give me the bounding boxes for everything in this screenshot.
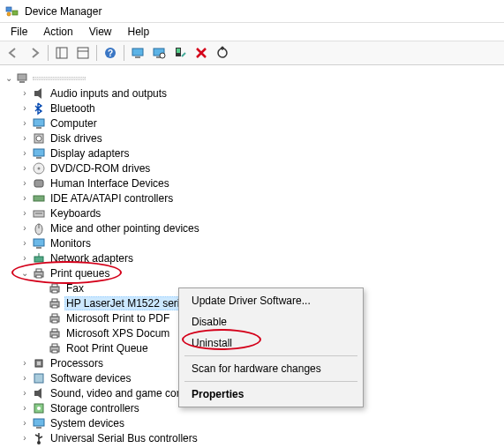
menu-help[interactable]: Help — [121, 24, 157, 40]
scan-hardware-button[interactable] — [170, 43, 190, 63]
printer-icon — [48, 326, 62, 340]
update-driver-button[interactable] — [213, 43, 232, 63]
svg-rect-34 — [34, 239, 44, 246]
chevron-right-icon[interactable]: › — [19, 133, 30, 144]
back-button[interactable] — [4, 43, 23, 63]
tree-category-label: Human Interface Devices — [49, 176, 171, 190]
chevron-right-icon[interactable]: › — [19, 238, 30, 249]
svg-point-23 — [36, 136, 41, 141]
svg-rect-1 — [12, 11, 18, 15]
tree-category[interactable]: ›Monitors — [4, 235, 500, 250]
tree-root-label — [33, 77, 86, 80]
chevron-right-icon[interactable]: › — [19, 88, 30, 99]
svg-rect-49 — [52, 320, 57, 323]
chevron-right-icon[interactable]: › — [19, 208, 30, 219]
chevron-right-icon[interactable]: › — [19, 253, 30, 264]
tree-category-label: Storage controllers — [49, 401, 141, 415]
tree-category[interactable]: ›Bluetooth — [4, 101, 500, 116]
computer-root-icon — [16, 71, 30, 86]
speaker-icon — [32, 386, 46, 400]
tree-category-label: Computer — [49, 116, 99, 131]
chevron-right-icon[interactable]: › — [19, 358, 30, 369]
window-title: Device Manager — [25, 5, 102, 18]
properties-button[interactable] — [73, 43, 93, 63]
chevron-right-icon[interactable]: › — [19, 193, 30, 204]
tree-category[interactable]: ›Human Interface Devices — [4, 175, 500, 190]
svg-rect-36 — [34, 257, 43, 262]
tree-category[interactable]: ›Disk drives — [4, 131, 500, 146]
tree-category-label: Mice and other pointing devices — [49, 221, 201, 235]
tree-device-label: Microsoft Print to PDF — [64, 311, 171, 325]
svg-rect-42 — [52, 284, 57, 287]
device-manager-icon — [5, 4, 19, 19]
tree-category[interactable]: ›Universal Serial Bus controllers — [4, 430, 500, 445]
svg-rect-55 — [52, 350, 57, 353]
svg-rect-17 — [18, 74, 26, 80]
printer-icon — [48, 281, 62, 295]
hid-icon — [32, 176, 46, 190]
cm-scan-hardware[interactable]: Scan for hardware changes — [181, 358, 361, 379]
chevron-right-icon[interactable]: › — [19, 373, 30, 384]
help-button[interactable]: ? — [101, 43, 120, 63]
svg-rect-39 — [36, 269, 41, 272]
monitor-icon — [32, 416, 46, 430]
chevron-down-icon[interactable]: ⌄ — [19, 268, 30, 279]
toolbar-separator — [48, 45, 49, 61]
view-monitor-button[interactable] — [149, 43, 169, 63]
svg-rect-15 — [177, 49, 180, 53]
tree-category[interactable]: ⌄Print queues — [4, 265, 500, 280]
chevron-right-icon[interactable]: › — [19, 433, 30, 444]
cm-update-driver[interactable]: Update Driver Software... — [181, 290, 361, 311]
cpu-icon — [32, 356, 46, 370]
svg-rect-48 — [52, 314, 57, 317]
chevron-down-icon[interactable]: ⌄ — [4, 73, 14, 84]
chevron-right-icon[interactable]: › — [19, 148, 30, 159]
speaker-icon — [32, 86, 46, 101]
uninstall-button[interactable] — [192, 43, 211, 63]
ide-icon — [32, 191, 46, 205]
svg-rect-51 — [52, 329, 57, 332]
tree-category[interactable]: ›IDE ATA/ATAPI controllers — [4, 190, 500, 205]
chevron-right-icon[interactable]: › — [19, 388, 30, 399]
tree-category[interactable]: ›Mice and other pointing devices — [4, 220, 500, 235]
context-menu-separator — [184, 381, 357, 382]
forward-button[interactable] — [25, 43, 44, 63]
menu-action[interactable]: Action — [36, 24, 79, 40]
tree-category[interactable]: ›Audio inputs and outputs — [4, 86, 500, 101]
chevron-right-icon[interactable]: › — [19, 118, 30, 129]
show-hide-tree-button[interactable] — [52, 43, 71, 63]
toolbar-separator — [96, 45, 97, 61]
tree-category[interactable]: ›Keyboards — [4, 205, 500, 220]
menubar: File Action View Help — [0, 23, 504, 41]
chevron-right-icon[interactable]: › — [19, 103, 30, 114]
cm-uninstall[interactable]: Uninstall — [181, 332, 361, 354]
tree-root[interactable]: ⌄ — [4, 71, 500, 86]
menu-file[interactable]: File — [4, 24, 34, 40]
chevron-right-icon[interactable]: › — [19, 403, 30, 414]
monitor-icon — [32, 116, 46, 131]
tree-category[interactable]: ›System devices — [4, 415, 500, 430]
tree-category-label: DVD/CD-ROM drives — [49, 161, 152, 175]
chevron-right-icon[interactable]: › — [19, 163, 30, 174]
cm-properties[interactable]: Properties — [181, 384, 361, 405]
svg-rect-40 — [36, 275, 41, 278]
tree-category[interactable]: ›Network adapters — [4, 250, 500, 265]
cm-disable[interactable]: Disable — [181, 311, 361, 332]
chevron-right-icon[interactable]: › — [19, 418, 30, 429]
monitor-icon — [32, 236, 46, 250]
tree-device-label: Root Print Queue — [64, 341, 150, 355]
tree-category-label: Software devices — [49, 371, 132, 385]
menu-view[interactable]: View — [82, 24, 119, 40]
tree-device-label: Microsoft XPS Docum — [64, 326, 171, 340]
tree-category[interactable]: ›DVD/CD-ROM drives — [4, 161, 500, 175]
svg-rect-3 — [56, 48, 67, 58]
svg-point-2 — [7, 12, 11, 16]
tree-category-label: Monitors — [49, 236, 93, 250]
tree-category[interactable]: ›Computer — [4, 116, 500, 131]
svg-rect-58 — [34, 374, 43, 383]
tree-category[interactable]: ›Display adapters — [4, 146, 500, 161]
action-monitor-button[interactable] — [128, 43, 147, 63]
chevron-right-icon[interactable]: › — [19, 178, 30, 189]
chevron-right-icon[interactable]: › — [19, 223, 30, 234]
svg-rect-29 — [34, 196, 44, 201]
